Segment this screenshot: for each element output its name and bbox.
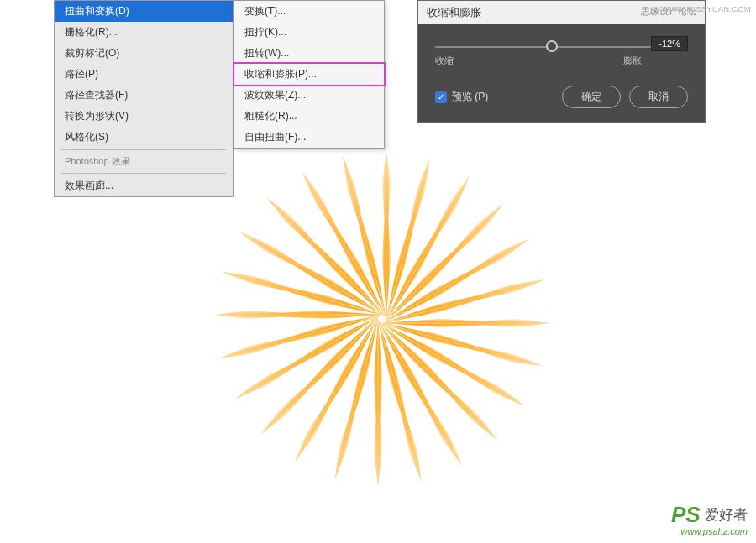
effects-menu: 扭曲和变换(D) 栅格化(R)... 裁剪标记(O) 路径(P) 路径查找器(F… [54,0,234,197]
menu-item-pathfinder[interactable]: 路径查找器(F) [55,85,233,106]
pucker-bloat-dialog: 收缩和膨胀 思缘设计论坛 -12% 收缩 膨胀 ✓ 预览 (P) 确定 取消 [417,0,706,123]
preview-checkbox-row[interactable]: ✓ 预览 (P) [435,90,488,104]
menu-item-effects-gallery[interactable]: 效果画廊... [55,175,233,196]
distort-submenu: 变换(T)... 扭拧(K)... 扭转(W)... 收缩和膨胀(P)... 波… [234,0,385,149]
watermark-url: www.psahz.com [671,526,748,536]
amount-slider[interactable]: -12% [435,39,688,41]
submenu-item-rotate[interactable]: 扭转(W)... [234,43,384,64]
menu-item-stylize[interactable]: 风格化(S) [55,127,233,148]
slider-track [435,46,688,48]
submenu-item-transform[interactable]: 变换(T)... [234,1,384,22]
watermark-label: 爱好者 [705,505,748,525]
starburst-ray [382,319,550,327]
submenu-item-ripple[interactable]: 波纹效果(Z)... [234,85,384,106]
ok-button[interactable]: 确定 [562,86,621,108]
starburst-ray [382,151,391,319]
menu-item-distort-transform[interactable]: 扭曲和变换(D) [55,1,233,22]
menu-separator [61,149,226,150]
starburst-ray [374,319,382,487]
menu-item-crop-marks[interactable]: 裁剪标记(O) [55,43,233,64]
watermark-top: WWW.MISSYUAN.COM [662,5,751,13]
submenu-item-pucker-bloat[interactable]: 收缩和膨胀(P)... [233,62,386,86]
watermark-bottom: PS 爱好者 www.psahz.com [671,502,748,536]
watermark-ps: PS [671,502,701,528]
starburst-ray [214,311,382,319]
menu-item-path[interactable]: 路径(P) [55,64,233,85]
cancel-button[interactable]: 取消 [629,86,688,108]
slider-thumb[interactable] [546,40,558,52]
submenu-item-free-distort[interactable]: 自由扭曲(F)... [234,127,384,148]
slider-value-box[interactable]: -12% [651,36,688,51]
submenu-item-twist[interactable]: 扭拧(K)... [234,22,384,43]
slider-max-label: 膨胀 [623,55,642,67]
menu-item-rasterize[interactable]: 栅格化(R)... [55,22,233,43]
slider-min-label: 收缩 [435,55,454,67]
preview-label: 预览 (P) [452,90,488,104]
menu-item-convert-shape[interactable]: 转换为形状(V) [55,106,233,127]
preview-checkbox[interactable]: ✓ [435,91,447,103]
dialog-title-text: 收缩和膨胀 [427,5,481,20]
starburst-shape [210,151,546,487]
canvas-artwork [210,151,546,487]
menu-section-photoshop: Photoshop 效果 [55,152,233,171]
submenu-item-roughen[interactable]: 粗糙化(R)... [234,106,384,127]
menu-separator [61,173,226,174]
